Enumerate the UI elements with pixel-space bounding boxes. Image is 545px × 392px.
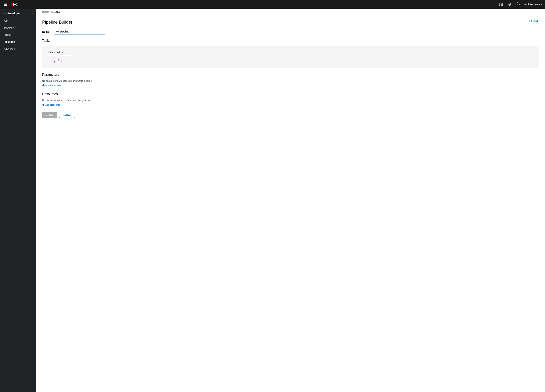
parameters-section: Parameters No parameters are associated … <box>42 73 539 87</box>
logo-kd: kd <box>13 2 18 7</box>
add-resource-label: Add Resource <box>45 103 60 106</box>
add-icon[interactable]: ⊕ <box>507 2 512 7</box>
create-button[interactable]: Create <box>42 112 57 118</box>
user-menu[interactable]: Ned Username ▾ <box>523 3 542 6</box>
parameters-title: Parameters <box>42 73 539 77</box>
parameters-empty-text: No parameters are associated with this p… <box>42 79 539 82</box>
project-bar: Project: Project01 ▾ <box>36 9 545 15</box>
okd-logo: okd <box>11 2 18 7</box>
edit-yaml-link[interactable]: Edit YAML <box>527 20 539 23</box>
sidebar-developer-label: Developer <box>8 12 20 15</box>
name-input[interactable] <box>54 29 105 35</box>
add-resource-icon: ⊕ <box>42 103 44 107</box>
page-content: Pipeline Builder Edit YAML Name Tasks Se… <box>36 15 545 392</box>
tasks-section: Tasks Select task ▾ ☞ ✦ ✦ ✦ <box>42 39 539 68</box>
resources-empty-text: No resources are associated with this pi… <box>42 99 539 102</box>
help-icon[interactable]: ? <box>516 2 520 6</box>
tasks-canvas: Select task ▾ ☞ ✦ ✦ ✦ <box>42 46 539 68</box>
sidebar-add-label: Add <box>4 20 8 23</box>
advanced-arrow-icon: › <box>32 48 33 50</box>
select-task-wrapper: Select task ▾ ☞ ✦ ✦ ✦ <box>47 50 70 63</box>
resources-title: Resources <box>42 92 539 96</box>
sidebar-topology-label: Topology <box>4 26 14 29</box>
hamburger-menu[interactable] <box>3 2 8 6</box>
cursor-indicator: ☞ ✦ ✦ ✦ <box>53 57 63 63</box>
page-title: Pipeline Builder <box>42 20 73 25</box>
sidebar-item-advanced[interactable]: Advanced › <box>1 46 36 52</box>
cancel-button[interactable]: Cancel <box>59 112 75 118</box>
project-label: Project: <box>41 11 49 13</box>
page-header: Pipeline Builder Edit YAML <box>42 20 539 25</box>
logo-o: o <box>11 2 13 7</box>
resources-section: Resources No resources are associated wi… <box>42 92 539 107</box>
cursor-icon: ☞ <box>56 58 60 62</box>
sidebar: </> Developer ▾ Add Topology Builds Pipe… <box>0 9 36 392</box>
name-form-row: Name <box>42 29 539 35</box>
developer-chevron-icon: ▾ <box>32 12 33 15</box>
sidebar-pipelines-label: Pipelines <box>4 40 15 43</box>
developer-icon: </> <box>3 12 6 15</box>
sidebar-builds-label: Builds <box>4 33 11 36</box>
name-label: Name <box>42 30 51 33</box>
select-task-button[interactable]: Select task ▾ <box>47 50 70 55</box>
add-parameter-label: Add Parameter <box>45 84 61 87</box>
project-name: Project01 <box>50 11 61 13</box>
add-parameter-link[interactable]: ⊕ Add Parameter <box>42 84 61 87</box>
user-name: Ned Username <box>523 3 540 6</box>
topnav-icons: ⊕ ? Ned Username ▾ <box>499 2 542 7</box>
add-resource-link[interactable]: ⊕ Add Resource <box>42 103 60 107</box>
user-chevron-icon: ▾ <box>541 3 542 6</box>
sidebar-item-pipelines[interactable]: Pipelines <box>1 38 36 45</box>
main-content: Project: Project01 ▾ Pipeline Builder Ed… <box>36 9 545 392</box>
sidebar-advanced-label: Advanced <box>4 48 15 50</box>
sidebar-developer-toggle[interactable]: </> Developer ▾ <box>0 10 36 17</box>
sidebar-item-add[interactable]: Add <box>1 18 36 24</box>
select-task-label: Select task <box>48 51 60 54</box>
sidebar-item-builds[interactable]: Builds <box>1 32 36 38</box>
tasks-section-title: Tasks <box>42 39 539 43</box>
grid-icon[interactable] <box>499 2 504 7</box>
top-nav: okd ⊕ ? Ned Username ▾ <box>0 0 545 9</box>
sidebar-item-topology[interactable]: Topology <box>1 25 36 31</box>
add-parameter-icon: ⊕ <box>42 84 44 87</box>
select-task-chevron-icon: ▾ <box>62 51 63 54</box>
project-chevron-icon[interactable]: ▾ <box>62 11 63 13</box>
button-row: Create Cancel <box>42 112 539 118</box>
